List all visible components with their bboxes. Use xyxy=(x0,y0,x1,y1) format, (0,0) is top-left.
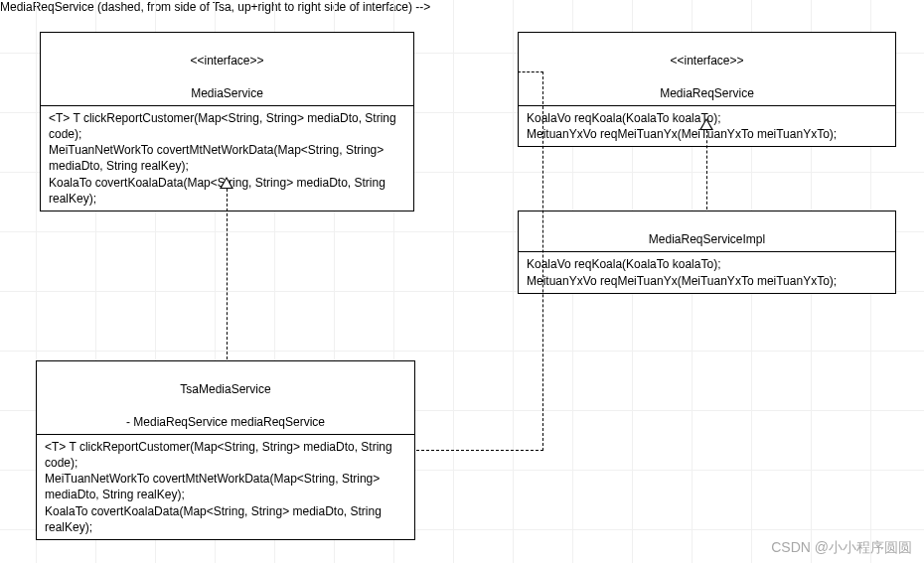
class-header: <<interface>> MediaReqService xyxy=(519,33,895,106)
class-methods: <T> T clickReportCustomer(Map<String, St… xyxy=(37,435,414,539)
stereotype: <<interface>> xyxy=(670,54,743,68)
class-methods: KoalaVo reqKoala(KoalaTo koalaTo); Meitu… xyxy=(519,252,895,292)
realization-arrow-line xyxy=(227,189,228,359)
dependency-arrow-segment xyxy=(518,71,543,72)
realization-arrow-head xyxy=(220,177,233,189)
class-attrs: - MediaReqService mediaReqService xyxy=(126,415,325,429)
class-header: <<interface>> MediaService xyxy=(41,33,413,106)
class-name: MediaReqService xyxy=(660,86,754,100)
class-name: MediaReqServiceImpl xyxy=(649,232,765,246)
dependency-arrow-segment xyxy=(542,71,543,451)
watermark: CSDN @小小程序圆圆 xyxy=(771,539,912,557)
class-tsa-media-service[interactable]: TsaMediaService - MediaReqService mediaR… xyxy=(36,360,415,540)
class-header: MediaReqServiceImpl xyxy=(519,211,895,252)
realization-arrow-head xyxy=(699,118,713,130)
class-media-req-service-impl[interactable]: MediaReqServiceImpl KoalaVo reqKoala(Koa… xyxy=(518,211,896,294)
class-name: TsaMediaService xyxy=(180,382,270,396)
class-name: MediaService xyxy=(191,86,263,100)
realization-arrow-line xyxy=(706,130,707,210)
dependency-arrow-segment xyxy=(416,450,543,451)
stereotype: <<interface>> xyxy=(190,54,263,68)
class-header: TsaMediaService - MediaReqService mediaR… xyxy=(37,361,414,435)
